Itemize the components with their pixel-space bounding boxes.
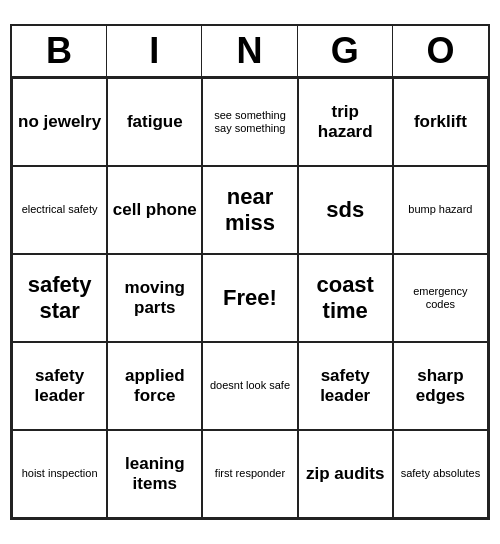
- header-letter-N: N: [202, 26, 297, 76]
- bingo-cell-12[interactable]: Free!: [202, 254, 297, 342]
- bingo-cell-7[interactable]: near miss: [202, 166, 297, 254]
- bingo-cell-19[interactable]: sharp edges: [393, 342, 488, 430]
- bingo-cell-20[interactable]: hoist inspection: [12, 430, 107, 518]
- bingo-cell-18[interactable]: safety leader: [298, 342, 393, 430]
- bingo-cell-8[interactable]: sds: [298, 166, 393, 254]
- bingo-cell-17[interactable]: doesnt look safe: [202, 342, 297, 430]
- header-letter-B: B: [12, 26, 107, 76]
- bingo-grid: no jewelryfatiguesee something say somet…: [12, 78, 488, 518]
- bingo-header: BINGO: [12, 26, 488, 78]
- bingo-cell-10[interactable]: safety star: [12, 254, 107, 342]
- bingo-cell-2[interactable]: see something say something: [202, 78, 297, 166]
- bingo-cell-5[interactable]: electrical safety: [12, 166, 107, 254]
- bingo-card: BINGO no jewelryfatiguesee something say…: [10, 24, 490, 520]
- bingo-cell-6[interactable]: cell phone: [107, 166, 202, 254]
- bingo-cell-13[interactable]: coast time: [298, 254, 393, 342]
- bingo-cell-22[interactable]: first responder: [202, 430, 297, 518]
- bingo-cell-0[interactable]: no jewelry: [12, 78, 107, 166]
- bingo-cell-23[interactable]: zip audits: [298, 430, 393, 518]
- header-letter-G: G: [298, 26, 393, 76]
- header-letter-O: O: [393, 26, 488, 76]
- header-letter-I: I: [107, 26, 202, 76]
- bingo-cell-9[interactable]: bump hazard: [393, 166, 488, 254]
- bingo-cell-15[interactable]: safety leader: [12, 342, 107, 430]
- bingo-cell-1[interactable]: fatigue: [107, 78, 202, 166]
- bingo-cell-16[interactable]: applied force: [107, 342, 202, 430]
- bingo-cell-24[interactable]: safety absolutes: [393, 430, 488, 518]
- bingo-cell-14[interactable]: emergency codes: [393, 254, 488, 342]
- bingo-cell-3[interactable]: trip hazard: [298, 78, 393, 166]
- bingo-cell-4[interactable]: forklift: [393, 78, 488, 166]
- bingo-cell-21[interactable]: leaning items: [107, 430, 202, 518]
- bingo-cell-11[interactable]: moving parts: [107, 254, 202, 342]
